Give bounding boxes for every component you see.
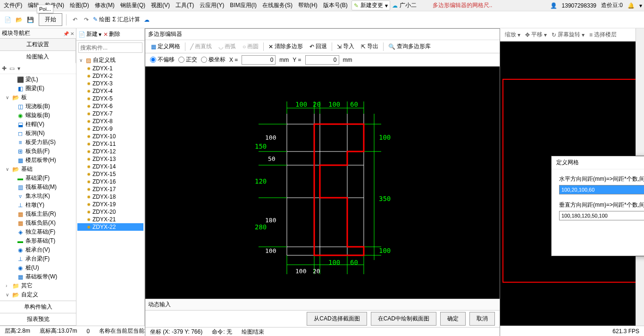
component-item[interactable]: ✹ZDYX-14 [77,163,143,170]
h-spacing-input[interactable] [559,185,644,194]
open-file-icon[interactable]: 📂 [14,15,24,25]
menu-bim[interactable]: BIM应用(I) [228,0,259,10]
component-item[interactable]: ✹ZDYX-2 [77,72,143,80]
start-button[interactable]: 开始 [39,13,62,26]
pin-icon[interactable]: 📌 [63,31,69,36]
no-offset-radio[interactable]: 不偏移 [150,56,175,64]
tree-fabanzhujin[interactable]: ▦筏板主筋(R) [2,210,74,218]
menu-help[interactable]: 帮助(H) [296,0,319,10]
ortho-radio[interactable]: 正交 [178,56,197,64]
tree-jichu-folder[interactable]: ∨📂基础 [2,165,74,174]
component-item[interactable]: ✹ZDYX-8 [77,118,143,125]
tree-fabanjichu[interactable]: ▥筏板基础(M) [2,183,74,192]
new-file-icon[interactable]: 📄 [3,15,12,25]
clear-polygon-button[interactable]: ✕ 清除多边形 [266,42,306,51]
tree-luoxuanban[interactable]: ◉螺旋板(B) [2,111,74,120]
component-item[interactable]: ✹ZDYX-3 [77,80,143,87]
dropdown-icon[interactable]: ▾ [639,2,642,9]
component-item[interactable]: ✹ZDYX-22 [77,223,143,231]
filter-icon[interactable]: ▾ [17,65,20,72]
tree-dulijichu[interactable]: ◈独立基础(F) [2,227,74,236]
component-item[interactable]: ✹ZDYX-18 [77,193,143,201]
component-item[interactable]: ✹ZDYX-9 [77,125,143,133]
menu-view[interactable]: 视图(V) [149,0,172,10]
component-item[interactable]: ✹ZDYX-17 [77,185,143,193]
scale-button[interactable]: 缩放 ▾ [505,31,520,39]
redo-icon[interactable]: ↷ [82,15,91,25]
menu-online[interactable]: 在线服务(S) [260,0,294,10]
cloud-sync-icon[interactable]: ☁ [142,15,151,25]
in-cad-button[interactable]: 在CAD中绘制截面图 [371,312,436,326]
draw-circle-button[interactable]: ○ 画圆 [240,42,261,51]
menu-draw[interactable]: 绘图(D) [68,0,91,10]
component-item[interactable]: ✹ZDYX-6 [77,102,143,110]
dynamic-input-bar[interactable]: 动态输入 [145,299,500,310]
menu-tools[interactable]: 工具(T) [174,0,196,10]
draw-mode[interactable]: ✎ 绘图 [93,16,110,24]
delete-component-button[interactable]: ✕删除 [103,30,120,38]
undo-icon[interactable]: ↶ [70,15,80,25]
export-button[interactable]: ⇱ 导出 [358,42,381,51]
user-id[interactable]: 13907298339 [562,2,596,9]
component-item[interactable]: ✹ZDYX-15 [77,170,143,178]
tree-jishuikeng[interactable]: ▿集水坑(K) [2,192,74,201]
x-input[interactable] [242,55,276,65]
query-library-button[interactable]: 🔍 查询多边形库 [385,42,434,51]
component-item[interactable]: ✹ZDYX-21 [77,216,143,223]
expand-icon[interactable]: ✚ [2,65,7,72]
close-icon[interactable]: ✕ [70,31,74,36]
editor-canvas[interactable]: 100 20 100 60 100 20 100 60 100 50 120 1… [145,67,500,299]
tab-draw-input[interactable]: 绘图输入 [0,51,76,63]
y-input[interactable] [305,55,339,65]
guang-label[interactable]: 广小二 [400,1,417,9]
search-input[interactable] [78,42,142,53]
guang-icon[interactable]: ☁ [392,2,398,9]
component-item[interactable]: ✹ZDYX-5 [77,95,143,102]
tree-zidingyi-folder[interactable]: ∨📂自定义 [2,290,74,299]
menu-version[interactable]: 版本号(B) [321,0,350,10]
bell-icon[interactable]: 🔔 [627,2,635,9]
collapse-icon[interactable]: ▭ [9,65,15,72]
component-root[interactable]: ∨▨自定义线 [77,56,143,65]
component-item[interactable]: ✹ZDYX-11 [77,140,143,148]
menu-rebar[interactable]: 钢筋量(Q) [118,0,147,10]
tree-bandong[interactable]: ◻板洞(N) [2,129,74,138]
tree-liang[interactable]: ⬛梁(L) [2,75,74,84]
component-item[interactable]: ✹ZDYX-13 [77,155,143,163]
component-item[interactable]: ✹ZDYX-16 [77,178,143,185]
tree-zhuang[interactable]: ◉桩(U) [2,263,74,272]
tree-chengtailiang[interactable]: ⊥承台梁(F) [2,254,74,263]
component-item[interactable]: ✹ZDYX-7 [77,110,143,118]
tree-banfujin[interactable]: ⊞板负筋(F) [2,147,74,156]
btab-single-input[interactable]: 单构件输入 [0,301,76,313]
tree-zhumao[interactable]: ⬓柱帽(V) [2,120,74,129]
new-change-dropdown[interactable]: ✎新建变更▾ [351,0,390,10]
btab-report-preview[interactable]: 报表预览 [0,313,76,326]
tree-banshouligin[interactable]: ≡板受力筋(S) [2,138,74,147]
component-item[interactable]: ✹ZDYX-4 [77,87,143,95]
menu-cloud[interactable]: 云应用(Y) [198,0,226,10]
editor-ok-button[interactable]: 确定 [440,312,466,326]
polar-radio[interactable]: 极坐标 [201,56,226,64]
tree-ban-folder[interactable]: ∨📂板 [2,93,74,102]
new-component-button[interactable]: 📄新建▾ [78,30,101,38]
import-button[interactable]: ⇲ 导入 [334,42,357,51]
rotate-button[interactable]: ↻ 屏幕旋转 ▾ [552,31,585,39]
component-item[interactable]: ✹ZDYX-12 [77,148,143,155]
define-grid-button[interactable]: ▦定义网格 [148,42,183,51]
tree-zhudun[interactable]: ⊥柱墩(Y) [2,201,74,210]
sum-calc[interactable]: Σ 汇总计算 [112,16,140,24]
tree-zhuangchengtai[interactable]: ◉桩承台(V) [2,245,74,254]
tree-xianjiaoban[interactable]: ◫现浇板(B) [2,102,74,111]
save-icon[interactable]: 💾 [25,15,35,25]
component-item[interactable]: ✹ZDYX-19 [77,201,143,208]
undo-button[interactable]: ↶ 回退 [307,42,330,51]
editor-cancel-button[interactable]: 取消 [469,312,495,326]
draw-line-button[interactable]: ╱ 画直线 [187,42,215,51]
menu-file[interactable]: 文件(F) [2,0,24,10]
polygon-grid-link[interactable]: 多边形编辑器的网格尺.. [433,1,493,9]
component-item[interactable]: ✹ZDYX-1 [77,65,143,72]
tree-tiaoxingjichu[interactable]: ▬条形基础(T) [2,236,74,245]
tree-fabanfujin[interactable]: ▦筏板负筋(X) [2,218,74,227]
menu-modify[interactable]: 修改(M) [93,0,117,10]
